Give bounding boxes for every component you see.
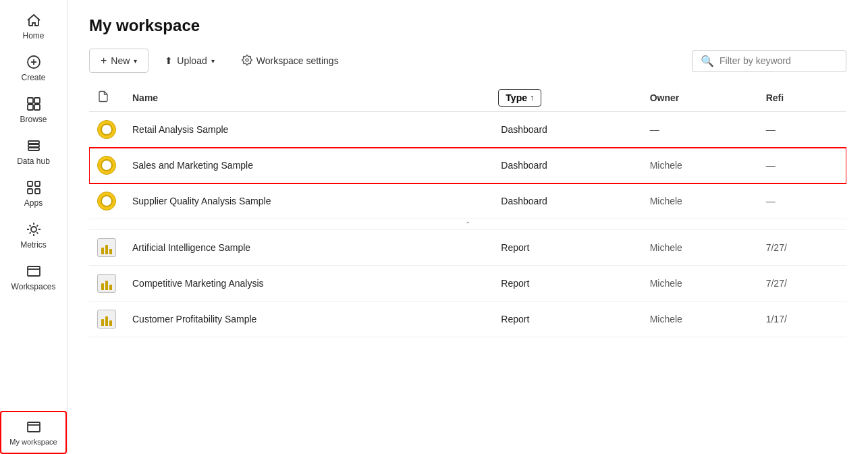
sidebar-item-my-workspace[interactable]: My workspace <box>0 411 67 454</box>
page-title: My workspace <box>89 16 846 35</box>
sidebar-item-home-label: Home <box>22 31 44 40</box>
upload-chevron-icon: ▾ <box>211 57 215 65</box>
row-refreshed: — <box>758 183 846 219</box>
filter-input[interactable] <box>720 55 838 66</box>
row-icon-cell <box>89 302 124 337</box>
svg-rect-4 <box>34 98 40 103</box>
row-type: Report <box>493 302 641 337</box>
row-owner: Michele <box>642 148 758 183</box>
table-row[interactable]: Customer Profitability SampleReportMiche… <box>89 302 846 337</box>
sidebar-item-workspaces[interactable]: Workspaces <box>0 256 67 298</box>
row-type: Dashboard <box>493 183 641 219</box>
svg-rect-9 <box>28 148 39 150</box>
datahub-icon <box>26 138 42 154</box>
items-table: Name Type ↑ Owner Refi Retail Analysis S… <box>89 84 846 337</box>
col-name-header: Name <box>124 84 493 112</box>
sidebar-item-datahub[interactable]: Data hub <box>0 131 67 173</box>
svg-rect-13 <box>35 189 40 194</box>
row-refreshed: — <box>758 148 846 183</box>
table-header-row: Name Type ↑ Owner Refi <box>89 84 846 112</box>
col-owner-header: Owner <box>642 84 758 112</box>
home-icon <box>26 12 42 28</box>
row-refreshed: — <box>758 112 846 148</box>
type-header-label: Type <box>506 92 527 103</box>
sidebar-item-create[interactable]: Create <box>0 47 67 89</box>
svg-rect-10 <box>28 181 32 186</box>
workspace-settings-button[interactable]: Workspace settings <box>231 49 350 73</box>
row-icon-cell <box>89 183 124 219</box>
sidebar-item-apps-label: Apps <box>24 198 43 208</box>
row-name: Sales and Marketing Sample <box>124 148 493 183</box>
row-name: Supplier Quality Analysis Sample <box>124 183 493 219</box>
sidebar-item-browse-label: Browse <box>20 115 47 124</box>
gear-icon <box>242 55 252 67</box>
report-icon <box>97 238 116 257</box>
svg-point-14 <box>31 227 36 232</box>
row-refreshed: 7/27/ <box>758 266 846 302</box>
my-workspace-icon <box>26 419 42 435</box>
toolbar: + New ▾ ⬆ Upload ▾ Workspace settings 🔍 <box>89 49 846 73</box>
svg-rect-17 <box>28 422 40 432</box>
table-row[interactable]: Sales and Marketing SampleDashboardMiche… <box>89 148 846 183</box>
svg-rect-6 <box>34 105 40 110</box>
main-content: My workspace + New ▾ ⬆ Upload ▾ Workspac… <box>67 0 868 454</box>
row-name: Retail Analysis Sample <box>124 112 493 148</box>
sidebar-item-home[interactable]: Home <box>0 5 67 47</box>
table-row[interactable]: Competitive Marketing AnalysisReportMich… <box>89 266 846 302</box>
row-owner: Michele <box>642 230 758 266</box>
col-icon-header <box>89 84 124 112</box>
filter-input-wrap[interactable]: 🔍 <box>692 50 846 72</box>
sidebar-item-datahub-label: Data hub <box>17 157 50 166</box>
plus-icon: + <box>101 55 107 67</box>
sidebar-item-browse[interactable]: Browse <box>0 89 67 131</box>
col-refreshed-header: Refi <box>758 84 846 112</box>
sort-asc-icon: ↑ <box>530 93 534 103</box>
table-row[interactable]: Retail Analysis SampleDashboard—— <box>89 112 846 148</box>
row-type: Report <box>493 266 641 302</box>
svg-rect-7 <box>28 141 39 144</box>
row-owner: Michele <box>642 266 758 302</box>
workspace-settings-label: Workspace settings <box>256 55 339 66</box>
upload-icon: ⬆ <box>165 55 173 66</box>
apps-icon <box>26 179 42 196</box>
row-name: Competitive Marketing Analysis <box>124 266 493 302</box>
svg-rect-12 <box>28 189 32 194</box>
new-button[interactable]: + New ▾ <box>89 49 148 73</box>
sidebar-item-my-workspace-label: My workspace <box>9 438 57 446</box>
sidebar-bottom: My workspace <box>0 411 67 454</box>
sidebar-item-metrics[interactable]: Metrics <box>0 215 67 256</box>
dashboard-icon <box>97 156 116 175</box>
svg-rect-11 <box>35 181 40 186</box>
table-row[interactable]: Artificial Intelligence SampleReportMich… <box>89 230 846 266</box>
create-icon <box>26 54 42 70</box>
caret-row: ⌃ <box>89 219 846 230</box>
sidebar-item-create-label: Create <box>21 73 45 82</box>
sidebar-item-apps[interactable]: Apps <box>0 173 67 215</box>
sidebar: Home Create Browse Data hub <box>0 0 67 454</box>
svg-rect-8 <box>28 144 39 147</box>
row-owner: Michele <box>642 183 758 219</box>
table-container: Name Type ↑ Owner Refi Retail Analysis S… <box>89 84 846 438</box>
row-owner: — <box>642 112 758 148</box>
row-refreshed: 7/27/ <box>758 230 846 266</box>
row-refreshed: 1/17/ <box>758 302 846 337</box>
type-sort-button[interactable]: Type ↑ <box>498 89 541 107</box>
browse-icon <box>26 96 42 112</box>
table-row[interactable]: Supplier Quality Analysis SampleDashboar… <box>89 183 846 219</box>
row-icon-cell <box>89 148 124 183</box>
report-icon <box>97 274 116 293</box>
upload-button[interactable]: ⬆ Upload ▾ <box>154 50 225 72</box>
row-type: Dashboard <box>493 148 641 183</box>
svg-point-19 <box>246 59 248 61</box>
row-type: Dashboard <box>493 112 641 148</box>
report-icon <box>97 310 116 329</box>
col-type-header: Type ↑ <box>493 84 641 112</box>
svg-rect-15 <box>28 266 40 276</box>
metrics-icon <box>26 221 42 237</box>
row-name: Artificial Intelligence Sample <box>124 230 493 266</box>
sidebar-item-metrics-label: Metrics <box>20 240 47 250</box>
svg-rect-3 <box>28 98 33 103</box>
svg-rect-5 <box>28 105 33 110</box>
row-icon-cell <box>89 230 124 266</box>
row-owner: Michele <box>642 302 758 337</box>
